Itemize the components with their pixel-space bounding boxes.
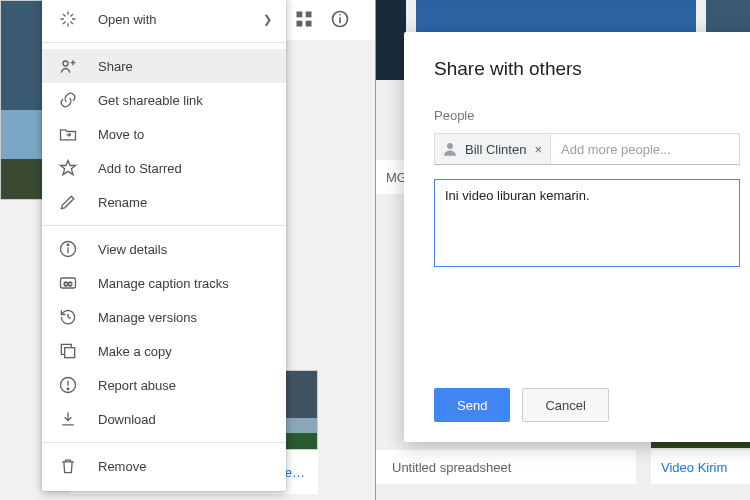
menu-move-to[interactable]: Move to xyxy=(42,117,286,151)
svg-rect-13 xyxy=(65,348,75,358)
video-file-label[interactable]: Video Kirim xyxy=(651,450,750,484)
people-input-row: Bill Clinten × xyxy=(434,133,740,165)
svg-rect-0 xyxy=(297,12,303,18)
svg-rect-3 xyxy=(306,21,312,27)
menu-label: Remove xyxy=(98,459,146,474)
captions-icon: CC xyxy=(58,273,78,293)
svg-point-17 xyxy=(447,143,453,149)
menu-label: Share xyxy=(98,59,133,74)
menu-label: Download xyxy=(98,412,156,427)
background-thumbnail xyxy=(0,0,46,200)
menu-view-details[interactable]: View details xyxy=(42,232,286,266)
open-with-icon xyxy=(58,9,78,29)
download-icon xyxy=(58,409,78,429)
details-icon xyxy=(58,239,78,259)
add-people-input[interactable] xyxy=(551,134,739,164)
menu-label: Manage versions xyxy=(98,310,197,325)
chip-remove-icon[interactable]: × xyxy=(532,142,544,157)
menu-get-link[interactable]: Get shareable link xyxy=(42,83,286,117)
chip-name: Bill Clinten xyxy=(465,142,526,157)
svg-point-16 xyxy=(67,388,69,390)
dialog-button-row: Send Cancel xyxy=(434,388,609,422)
context-menu: Open with ❯ Share Get shareable link Mov… xyxy=(42,0,286,491)
message-textarea[interactable] xyxy=(434,179,740,267)
svg-point-10 xyxy=(67,244,69,246)
left-screenshot: ▶ Video Kirim Lewat Google Drive.mp4 Ope… xyxy=(0,0,375,500)
menu-share[interactable]: Share xyxy=(42,49,286,83)
menu-add-starred[interactable]: Add to Starred xyxy=(42,151,286,185)
svg-text:CC: CC xyxy=(64,281,72,287)
menu-label: Move to xyxy=(98,127,144,142)
rename-icon xyxy=(58,192,78,212)
copy-icon xyxy=(58,341,78,361)
svg-point-7 xyxy=(63,61,68,66)
right-screenshot: MG- Untitled spreadsheet Video Kirim Sha… xyxy=(375,0,750,500)
folder-move-icon xyxy=(58,124,78,144)
send-button[interactable]: Send xyxy=(434,388,510,422)
link-icon xyxy=(58,90,78,110)
menu-label: Get shareable link xyxy=(98,93,203,108)
menu-make-copy[interactable]: Make a copy xyxy=(42,334,286,368)
background-thumbnail xyxy=(376,0,406,80)
menu-download[interactable]: Download xyxy=(42,402,286,436)
menu-caption-tracks[interactable]: CC Manage caption tracks xyxy=(42,266,286,300)
person-chip[interactable]: Bill Clinten × xyxy=(435,134,551,164)
submenu-arrow-icon: ❯ xyxy=(263,13,272,26)
svg-point-6 xyxy=(339,14,341,16)
svg-rect-2 xyxy=(297,21,303,27)
menu-label: Manage caption tracks xyxy=(98,276,229,291)
svg-rect-1 xyxy=(306,12,312,18)
spreadsheet-file-label[interactable]: Untitled spreadsheet xyxy=(376,450,636,484)
history-icon xyxy=(58,307,78,327)
truncated-file-label: MG- xyxy=(376,160,406,194)
share-dialog: Share with others People Bill Clinten × … xyxy=(404,32,750,442)
menu-separator xyxy=(42,442,286,443)
menu-label: Add to Starred xyxy=(98,161,182,176)
menu-separator xyxy=(42,225,286,226)
menu-remove[interactable]: Remove xyxy=(42,449,286,483)
info-icon[interactable] xyxy=(329,8,351,30)
person-icon xyxy=(441,140,459,158)
star-icon xyxy=(58,158,78,178)
menu-report-abuse[interactable]: Report abuse xyxy=(42,368,286,402)
people-section-label: People xyxy=(434,108,740,123)
menu-label: View details xyxy=(98,242,167,257)
dialog-title: Share with others xyxy=(434,58,740,80)
menu-label: Rename xyxy=(98,195,147,210)
trash-icon xyxy=(58,456,78,476)
cancel-button[interactable]: Cancel xyxy=(522,388,608,422)
share-icon xyxy=(58,56,78,76)
menu-label: Open with xyxy=(98,12,157,27)
report-icon xyxy=(58,375,78,395)
menu-rename[interactable]: Rename xyxy=(42,185,286,219)
menu-label: Report abuse xyxy=(98,378,176,393)
menu-separator xyxy=(42,42,286,43)
menu-label: Make a copy xyxy=(98,344,172,359)
menu-versions[interactable]: Manage versions xyxy=(42,300,286,334)
list-view-icon[interactable] xyxy=(293,8,315,30)
menu-open-with[interactable]: Open with ❯ xyxy=(42,2,286,36)
